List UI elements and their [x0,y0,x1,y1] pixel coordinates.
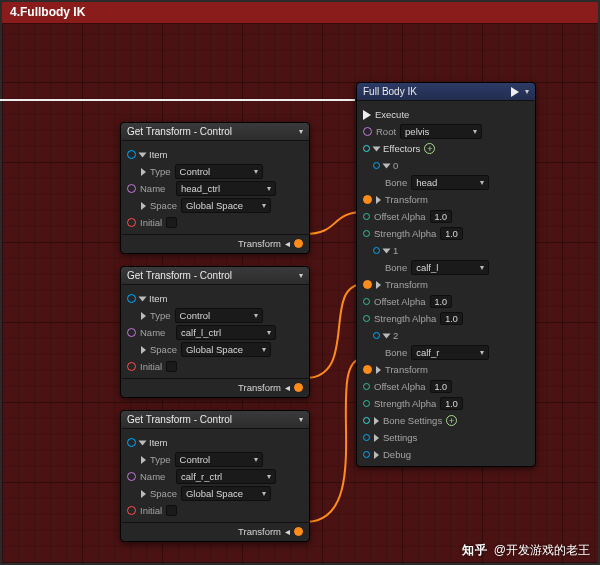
node-title[interactable]: Get Transform - Control ▾ [121,411,309,429]
strength-alpha-value[interactable]: 1.0 [440,312,463,325]
expand-icon[interactable] [141,346,146,354]
node-get-transform-1[interactable]: Get Transform - Control ▾ Item Type Cont… [120,122,310,254]
pin-offset-alpha[interactable] [363,298,370,305]
expand-icon[interactable] [139,152,147,157]
exec-out-icon[interactable] [511,87,519,97]
bone-dropdown[interactable]: calf_r▾ [411,345,489,360]
chevron-left-icon: ◂ [285,238,290,249]
pin-exec-in[interactable] [363,110,371,120]
node-get-transform-3[interactable]: Get Transform - Control ▾ Item Type Cont… [120,410,310,542]
pin-effector-idx[interactable] [373,162,380,169]
expand-icon[interactable] [373,146,381,151]
pin-bone-settings[interactable] [363,417,370,424]
expand-icon[interactable] [139,440,147,445]
pin-initial[interactable] [127,506,136,515]
initial-checkbox[interactable] [166,361,177,372]
pin-initial[interactable] [127,362,136,371]
pin-offset-alpha[interactable] [363,213,370,220]
chevron-down-icon: ▾ [480,348,484,357]
pin-item[interactable] [127,438,136,447]
chevron-down-icon[interactable]: ▾ [299,127,303,136]
node-full-body-ik[interactable]: Full Body IK ▾ Execute Root pelvis▾ Effe… [356,82,536,467]
expand-icon[interactable] [374,434,379,442]
pin-transform-out[interactable] [294,239,303,248]
name-dropdown[interactable]: head_ctrl▾ [176,181,276,196]
pin-debug[interactable] [363,451,370,458]
expand-icon[interactable] [376,366,381,374]
chevron-left-icon: ◂ [285,526,290,537]
offset-alpha-value[interactable]: 1.0 [430,295,453,308]
expand-icon[interactable] [374,451,379,459]
chevron-down-icon[interactable]: ▾ [299,271,303,280]
bone-dropdown[interactable]: head▾ [411,175,489,190]
expand-icon[interactable] [141,456,146,464]
offset-alpha-value[interactable]: 1.0 [430,380,453,393]
offset-alpha-value[interactable]: 1.0 [430,210,453,223]
expand-icon[interactable] [141,312,146,320]
pin-strength-alpha[interactable] [363,315,370,322]
zhihu-logo: 知乎 [462,542,488,559]
watermark: 知乎 @开发游戏的老王 [462,542,590,559]
watermark-author: @开发游戏的老王 [494,542,590,559]
add-button[interactable]: + [446,415,457,426]
pin-strength-alpha[interactable] [363,230,370,237]
chevron-down-icon: ▾ [473,127,477,136]
expand-icon[interactable] [383,333,391,338]
node-title[interactable]: Get Transform - Control ▾ [121,123,309,141]
expand-icon[interactable] [376,196,381,204]
pin-root[interactable] [363,127,372,136]
chevron-down-icon[interactable]: ▾ [299,415,303,424]
space-dropdown[interactable]: Global Space▾ [181,486,271,501]
chevron-down-icon: ▾ [254,455,258,464]
expand-icon[interactable] [376,281,381,289]
pin-item[interactable] [127,294,136,303]
pin-settings[interactable] [363,434,370,441]
expand-icon[interactable] [141,202,146,210]
pin-name[interactable] [127,184,136,193]
name-dropdown[interactable]: calf_l_ctrl▾ [176,325,276,340]
pin-item[interactable] [127,150,136,159]
chevron-down-icon: ▾ [254,311,258,320]
initial-checkbox[interactable] [166,505,177,516]
expand-icon[interactable] [383,163,391,168]
pin-transform-in[interactable] [363,365,372,374]
add-effector-button[interactable]: + [424,143,435,154]
strength-alpha-value[interactable]: 1.0 [440,227,463,240]
pin-transform-in[interactable] [363,195,372,204]
pin-name[interactable] [127,472,136,481]
type-dropdown[interactable]: Control▾ [175,164,263,179]
pin-transform-out[interactable] [294,383,303,392]
pin-effectors[interactable] [363,145,370,152]
chevron-down-icon: ▾ [480,263,484,272]
chevron-down-icon: ▾ [254,167,258,176]
pin-initial[interactable] [127,218,136,227]
chevron-down-icon: ▾ [267,328,271,337]
node-title[interactable]: Get Transform - Control ▾ [121,267,309,285]
expand-icon[interactable] [141,490,146,498]
pin-effector-idx[interactable] [373,247,380,254]
space-dropdown[interactable]: Global Space▾ [181,342,271,357]
pin-effector-idx[interactable] [373,332,380,339]
pin-transform-in[interactable] [363,280,372,289]
node-get-transform-2[interactable]: Get Transform - Control ▾ Item Type Cont… [120,266,310,398]
initial-checkbox[interactable] [166,217,177,228]
space-dropdown[interactable]: Global Space▾ [181,198,271,213]
expand-icon[interactable] [374,417,379,425]
expand-icon[interactable] [383,248,391,253]
root-dropdown[interactable]: pelvis▾ [400,124,482,139]
expand-icon[interactable] [141,168,146,176]
strength-alpha-value[interactable]: 1.0 [440,397,463,410]
chevron-down-icon: ▾ [262,345,266,354]
bone-dropdown[interactable]: calf_l▾ [411,260,489,275]
name-dropdown[interactable]: calf_r_ctrl▾ [176,469,276,484]
pin-transform-out[interactable] [294,527,303,536]
pin-name[interactable] [127,328,136,337]
expand-icon[interactable] [139,296,147,301]
chevron-left-icon: ◂ [285,382,290,393]
chevron-down-icon[interactable]: ▾ [525,87,529,97]
node-title[interactable]: Full Body IK ▾ [357,83,535,101]
type-dropdown[interactable]: Control▾ [175,452,263,467]
type-dropdown[interactable]: Control▾ [175,308,263,323]
pin-strength-alpha[interactable] [363,400,370,407]
pin-offset-alpha[interactable] [363,383,370,390]
